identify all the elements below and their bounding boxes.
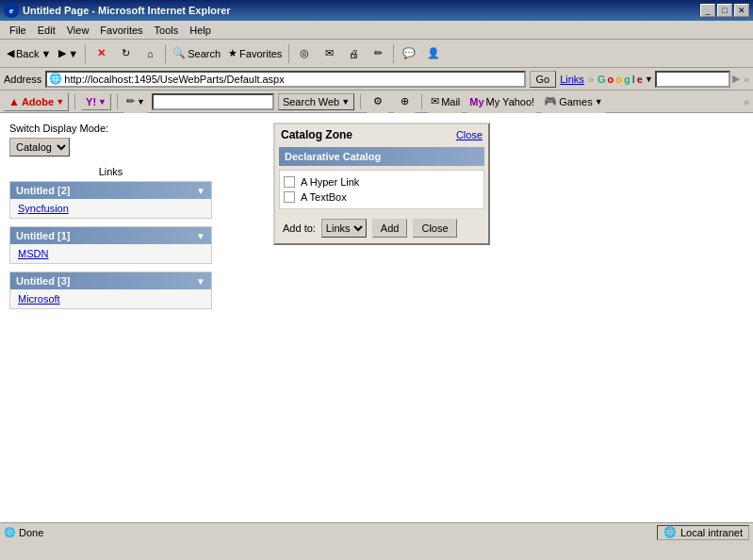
myyahoo-icon: My — [469, 96, 483, 107]
games-button[interactable]: 🎮 Games ▼ — [541, 91, 605, 113]
search-web-dropdown-icon: ▼ — [341, 97, 350, 107]
search-web-button[interactable]: Search Web ▼ — [278, 93, 354, 110]
messenger-button[interactable]: 👤 — [422, 42, 445, 65]
web-part-3-header: Untitled [3] ▼ — [10, 272, 211, 289]
title-bar-buttons[interactable]: _ □ ✕ — [700, 4, 749, 17]
myyahoo-button[interactable]: My My Yahoo! — [467, 91, 537, 113]
web-part-1-body: MSDN — [10, 244, 211, 263]
catalog-item-textbox-label: A TextBox — [301, 191, 347, 203]
stop-button[interactable]: ✕ — [90, 42, 112, 65]
address-bar: Address 🌐 Go Links » G o o g l e ▼ ▶ » — [0, 68, 753, 91]
mail-extra-button[interactable]: ✉ Mail — [428, 91, 463, 113]
web-part-3-link[interactable]: Microsoft — [18, 293, 60, 305]
catalog-add-row: Add to: Links Add Close — [279, 217, 484, 239]
close-catalog-button[interactable]: Close — [413, 219, 456, 238]
extra-sep-3 — [360, 94, 361, 109]
zone-label: Local intranet — [680, 527, 743, 538]
close-button[interactable]: ✕ — [734, 4, 749, 17]
add-to-select[interactable]: Links — [321, 219, 367, 238]
search-button[interactable]: 🔍 Search — [170, 42, 223, 65]
maximize-button[interactable]: □ — [717, 4, 732, 17]
menu-help[interactable]: Help — [184, 23, 217, 38]
mode-select[interactable]: Catalog Normal Design Edit — [9, 138, 70, 156]
catalog-zone: Catalog Zone Close Declarative Catalog A… — [273, 123, 490, 245]
adobe-button[interactable]: ▲ Adobe ▼ — [4, 92, 69, 111]
add-button[interactable]: Add — [372, 219, 408, 238]
catalog-title-close-link[interactable]: Close — [456, 129, 483, 140]
google-e: e — [637, 74, 643, 85]
menu-favorites[interactable]: Favorites — [94, 23, 148, 38]
links-button[interactable]: Links — [560, 74, 584, 85]
media-icon: ◎ — [300, 47, 309, 59]
extra-search-wrap[interactable] — [152, 93, 274, 110]
search-label: Search — [188, 48, 221, 59]
toolbar-separator-4 — [393, 44, 394, 63]
catalog-checkbox-textbox[interactable] — [284, 191, 295, 203]
back-arrow-icon: ◀ — [7, 47, 14, 59]
title-bar: e Untitled Page - Microsoft Internet Exp… — [0, 0, 753, 21]
web-part-1-title: Untitled [1] — [16, 230, 70, 241]
menu-file[interactable]: File — [4, 23, 32, 38]
catalog-checkbox-hyperlink[interactable] — [284, 176, 295, 188]
web-part-2-dropdown[interactable]: ▼ — [196, 186, 205, 196]
extra-bar: ▲ Adobe ▼ Y! ▼ ✏ ▼ Search Web ▼ ⚙ ⊕ ✉ Ma… — [0, 91, 753, 113]
home-button[interactable]: ⌂ — [139, 42, 161, 65]
gear-icon: ⚙ — [373, 95, 383, 107]
web-part-2-link[interactable]: Syncfusion — [18, 203, 69, 214]
pencil-button[interactable]: ✏ ▼ — [123, 91, 148, 113]
minimize-button[interactable]: _ — [700, 4, 715, 17]
extra-sep-2 — [117, 94, 118, 109]
web-part-2-title: Untitled [2] — [16, 185, 70, 196]
web-part-1-link[interactable]: MSDN — [18, 248, 48, 259]
mail-extra-icon: ✉ — [431, 95, 439, 107]
page-icon: 🌐 — [49, 73, 62, 85]
menu-edit[interactable]: Edit — [32, 23, 61, 38]
forward-button[interactable]: ▶ ▼ — [56, 42, 81, 65]
web-part-2-body: Syncfusion — [10, 199, 211, 218]
add-to-label: Add to: — [283, 222, 316, 234]
menu-tools[interactable]: Tools — [149, 23, 185, 38]
refresh-icon: ↻ — [122, 47, 130, 59]
star-icon: ★ — [228, 47, 237, 59]
web-part-1-header: Untitled [1] ▼ — [10, 227, 211, 244]
catalog-item-hyperlink: A Hyper Link — [284, 174, 480, 189]
back-button[interactable]: ◀ Back ▼ — [4, 42, 54, 65]
edit-icon: ✏ — [374, 47, 383, 59]
myyahoo-label: My Yahoo! — [486, 96, 535, 107]
status-right: 🌐 Local intranet — [657, 525, 749, 540]
favorites-button[interactable]: ★ Favorites — [225, 42, 285, 65]
status-text: Done — [19, 527, 657, 538]
adobe-dropdown-icon: ▼ — [56, 97, 64, 107]
pencil-dropdown-icon: ▼ — [137, 97, 145, 107]
address-input[interactable] — [64, 74, 521, 85]
media-button[interactable]: ◎ — [293, 42, 316, 65]
web-part-1-dropdown[interactable]: ▼ — [196, 231, 205, 241]
web-part-2-header: Untitled [2] ▼ — [10, 182, 211, 199]
catalog-item-hyperlink-label: A Hyper Link — [301, 176, 359, 188]
web-part-3-dropdown[interactable]: ▼ — [196, 276, 205, 287]
google-o1: o — [608, 74, 614, 85]
stop-icon: ✕ — [97, 47, 106, 59]
extra-search-input[interactable] — [156, 96, 270, 107]
menu-view[interactable]: View — [61, 23, 95, 38]
go-button[interactable]: Go — [530, 71, 557, 88]
print-button[interactable]: 🖨 — [342, 42, 365, 65]
google-o2: o — [615, 74, 622, 85]
google-dropdown-icon[interactable]: ▼ — [645, 74, 653, 84]
refresh-button[interactable]: ↻ — [114, 42, 137, 65]
mail-button[interactable]: ✉ — [318, 42, 340, 65]
google-search-input[interactable] — [659, 74, 727, 85]
extra-icon-1[interactable]: ⚙ — [367, 91, 389, 113]
yahoo-button[interactable]: Y! ▼ — [81, 93, 111, 110]
extra-icon-2[interactable]: ⊕ — [393, 91, 416, 113]
discuss-button[interactable]: 💬 — [398, 42, 420, 65]
google-input-wrap[interactable] — [655, 71, 730, 88]
window-title: Untitled Page - Microsoft Internet Explo… — [23, 5, 231, 16]
address-input-wrap[interactable]: 🌐 — [45, 71, 525, 88]
edit-button[interactable]: ✏ — [367, 42, 389, 65]
status-page-icon: 🌐 — [4, 527, 15, 537]
web-part-1: Untitled [1] ▼ MSDN — [9, 226, 212, 264]
pencil-icon: ✏ — [126, 95, 135, 107]
favorites-label: Favorites — [239, 48, 282, 59]
google-arrow-icon: ▶ — [732, 73, 740, 85]
